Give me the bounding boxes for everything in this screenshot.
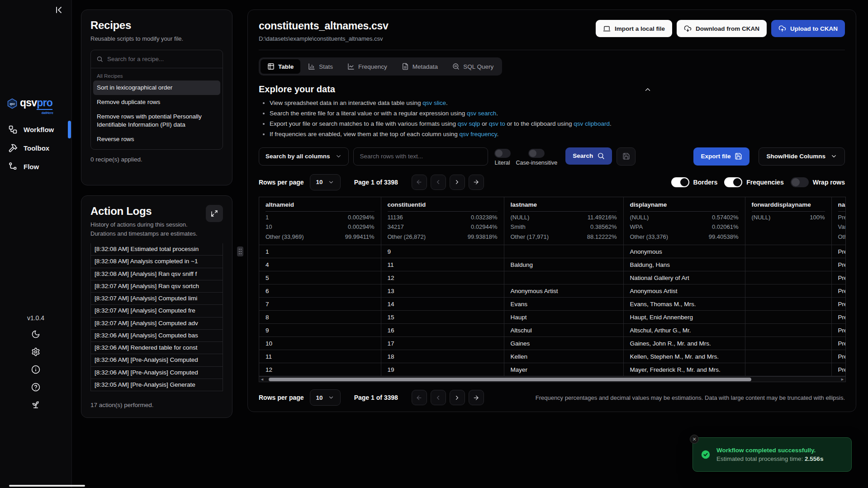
table-cell: Pre (831, 324, 846, 337)
table-cell: 19 (381, 363, 504, 376)
explore-bullet: If frequencies are enabled, view them at… (270, 131, 652, 138)
toast-close-button[interactable]: ✕ (690, 435, 699, 444)
info-button[interactable] (31, 365, 40, 374)
export-file-button[interactable]: Export file (693, 147, 749, 166)
column-header-lastname[interactable]: lastname(NULL)11.49216%Smith0.38562%Othe… (504, 197, 623, 245)
prev-page-button[interactable] (431, 390, 446, 405)
recipe-group-label: All Recipes (93, 71, 220, 81)
toggle-wrap-rows-switch[interactable] (791, 177, 809, 187)
show-hide-columns-button[interactable]: Show/Hide Columns (759, 147, 845, 166)
file-title: constituents_altnames.csv (259, 20, 389, 32)
horizontal-scrollbar[interactable]: ◀ ▶ (259, 376, 846, 382)
table-row[interactable]: 1219MayerMayer, Frederick R., Mr. and Mr… (259, 363, 846, 376)
sidebar-collapse-button[interactable] (53, 5, 64, 15)
sprout-button[interactable] (31, 400, 40, 409)
sidebar-item-toolbox[interactable]: Toolbox (0, 139, 71, 157)
next-page-button[interactable] (450, 390, 465, 405)
prev-page-button[interactable] (431, 175, 446, 190)
table-row[interactable]: 1118KellenKellen, Stephen M., Mr. and Mr… (259, 350, 846, 363)
scroll-right-arrow-icon[interactable]: ▶ (840, 378, 845, 381)
last-page-button[interactable] (469, 390, 484, 405)
table-row[interactable]: 1017GainesGaines, John R., Mr. and Mrs.P… (259, 337, 846, 350)
search-column-selector[interactable]: Search by all columns (259, 147, 349, 166)
toggle-borders-switch[interactable] (671, 177, 689, 187)
rows-per-page-select[interactable]: 10 (310, 389, 341, 406)
table-cell: 1 (259, 245, 381, 258)
action-logs-subtitle: History of actions during this session. … (90, 220, 206, 238)
table-cell: Anonymous (623, 245, 745, 258)
tab-stats[interactable]: Stats (301, 59, 340, 74)
qsv-command-link[interactable]: qsv sqlp (458, 120, 480, 127)
table-search-input[interactable] (353, 147, 488, 166)
download-from-ckan-button[interactable]: Download from CKAN (677, 20, 767, 37)
collapse-explore-button[interactable] (644, 85, 652, 94)
tab-table[interactable]: Table (261, 59, 300, 74)
qsv-command-link[interactable]: qsv frequency (460, 131, 497, 137)
table-row[interactable]: 714EvansEvans, Thomas M., Mrs.Pre (259, 298, 846, 311)
table-cell: 17 (381, 337, 504, 350)
help-button[interactable] (31, 383, 40, 392)
sidebar-item-label: Flow (24, 163, 39, 171)
table-cell (745, 284, 831, 298)
table-row[interactable]: 19AnonymousPre (259, 245, 846, 258)
panel-resize-handle[interactable] (237, 246, 243, 256)
rows-per-page-select[interactable]: 10 (310, 174, 341, 190)
qsv-command-link[interactable]: qsv clipboard (574, 120, 610, 127)
expand-logs-button[interactable] (206, 205, 223, 222)
toggle-literal-switch[interactable] (494, 149, 511, 158)
sidebar-item-workflow[interactable]: Workflow (0, 120, 71, 139)
next-page-button[interactable] (450, 175, 465, 190)
scrollbar-thumb[interactable] (269, 378, 751, 381)
column-header-nam[interactable]: namPreVarOth (831, 197, 846, 245)
upload-to-ckan-button[interactable]: Upload to CKAN (771, 20, 845, 37)
table-row[interactable]: 916AltschulAltschul, Arthur G., Mr.Pre (259, 324, 846, 337)
tab-frequency[interactable]: Frequency (341, 59, 394, 74)
chevron-up-icon (644, 85, 652, 94)
column-header-constituentid[interactable]: constituentid111360.03238%342170.02944%O… (381, 197, 504, 245)
tab-sql-query[interactable]: SQL Query (446, 59, 500, 74)
first-page-button[interactable] (412, 390, 427, 405)
table-row[interactable]: 613Anonymous ArtistAnonymous ArtistPre (259, 284, 846, 298)
table-cell (745, 337, 831, 350)
recipe-search-input[interactable] (107, 56, 217, 62)
qsv-command-link[interactable]: qsv to (489, 120, 505, 127)
cloud-download-icon (684, 25, 692, 33)
taskbar-hint-bar (9, 485, 85, 487)
settings-button[interactable] (31, 347, 40, 356)
first-page-button[interactable] (412, 175, 427, 190)
recipe-search-box[interactable] (91, 50, 223, 68)
logo-text-qsv: qsv (20, 97, 37, 109)
scroll-left-arrow-icon[interactable]: ◀ (259, 378, 265, 381)
moon-button[interactable] (31, 330, 40, 339)
frequency-row: Smith0.38562% (511, 223, 617, 231)
metadata-icon (402, 63, 409, 70)
column-header-forwarddisplayname[interactable]: forwarddisplayname(NULL)100% (745, 197, 831, 245)
recipe-item[interactable]: Reverse rows (93, 132, 220, 147)
column-header-displayname[interactable]: displayname(NULL)0.57402%WPA0.02061%Othe… (623, 197, 745, 245)
tab-metadata[interactable]: Metadata (395, 59, 445, 74)
search-button[interactable]: Search (565, 147, 612, 165)
import-local-file-button[interactable]: Import a local file (596, 20, 672, 37)
recipe-item[interactable]: Remove duplicate rows (93, 95, 220, 109)
last-page-button[interactable] (469, 175, 484, 190)
column-header-altnameid[interactable]: altnameid10.00294%100.00294%Other (33,96… (259, 197, 381, 245)
table-row[interactable]: 512National Gallery of ArtPre (259, 271, 846, 284)
table-row[interactable]: 411BaldungBaldung, HansPre (259, 258, 846, 271)
recipe-item[interactable]: Remove rows with potential Personally Id… (93, 109, 220, 132)
save-icon (735, 152, 742, 160)
save-search-button[interactable] (617, 147, 636, 166)
sidebar: qsv qsv pro datHere WorkflowToolboxFlow … (0, 0, 72, 488)
app-window: qsv qsv pro datHere WorkflowToolboxFlow … (0, 0, 868, 488)
table-footnote: Frequency percentages and decimal values… (536, 394, 845, 401)
toggle-frequencies: Frequencies (724, 177, 783, 187)
table-cell: Altschul (504, 324, 623, 337)
frequency-row: Other (33,969)99.99411% (266, 233, 375, 241)
logo-tagline: datHere (42, 111, 53, 114)
recipe-item[interactable]: Sort in lexicographical order (93, 81, 220, 95)
toggle-frequencies-switch[interactable] (724, 177, 742, 187)
table-row[interactable]: 815HauptHaupt, Enid AnnenbergPre (259, 311, 846, 324)
qsv-command-link[interactable]: qsv search (467, 110, 496, 117)
qsv-command-link[interactable]: qsv slice (422, 99, 446, 106)
sidebar-item-flow[interactable]: Flow (0, 157, 71, 176)
toggle-case-insensitive-switch[interactable] (528, 149, 545, 158)
